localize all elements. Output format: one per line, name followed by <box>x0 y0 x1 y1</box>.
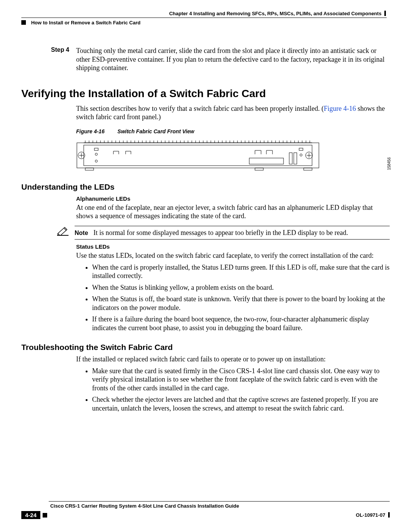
footer-end-bar <box>388 512 390 518</box>
running-footer: Cisco CRS-1 Carrier Routing System 4-Slo… <box>21 501 390 519</box>
step-label: Step 4 <box>21 46 76 72</box>
note-text: It is normal for some displayed messages… <box>94 229 348 236</box>
step-row: Step 4 Touching only the metal card carr… <box>21 46 390 72</box>
troubleshooting-intro: If the installed or replaced switch fabr… <box>76 355 390 364</box>
figure-wrapper: 158456 <box>76 137 390 172</box>
svg-rect-77 <box>85 168 94 170</box>
switch-fabric-card-figure <box>76 137 320 172</box>
troubleshooting-list: Make sure that the card is seated firmly… <box>82 367 390 413</box>
figure-title: Switch Fabric Card Front View <box>118 128 194 134</box>
svg-rect-72 <box>249 158 284 164</box>
svg-point-76 <box>300 154 302 156</box>
running-header: Chapter 4 Installing and Removing SFCs, … <box>21 11 390 27</box>
heading-alphanumeric-leds: Alphanumeric LEDs <box>76 195 390 202</box>
note-rule-bottom <box>75 239 390 240</box>
list-item: When the Status is off, the board state … <box>92 295 390 312</box>
footer-square-icon <box>43 513 47 518</box>
intro-paragraph: This section describes how to verify tha… <box>76 104 390 121</box>
list-item: When the Status is blinking yellow, a pr… <box>92 283 390 292</box>
list-item: If there is a failure during the board b… <box>92 315 390 332</box>
header-end-bar <box>384 11 386 16</box>
header-chapter-text: Chapter 4 Installing and Removing SFCs, … <box>169 11 381 16</box>
footer-doc-id: OL-10971-07 <box>356 512 390 518</box>
footer-doc-id-text: OL-10971-07 <box>356 512 385 518</box>
svg-point-70 <box>95 153 97 155</box>
note-line: NoteIt is normal for some displayed mess… <box>75 228 390 237</box>
figure-number: Figure 4-16 <box>76 128 105 134</box>
footer-book-title: Cisco CRS-1 Carrier Routing System 4-Slo… <box>50 503 390 509</box>
list-item: Check whether the ejector levers are lat… <box>92 395 390 412</box>
svg-point-71 <box>95 160 97 162</box>
step-text: Touching only the metal card carrier, sl… <box>76 46 390 72</box>
svg-rect-74 <box>294 153 297 164</box>
footer-rule <box>49 501 390 502</box>
list-item: Make sure that the card is seated firmly… <box>92 367 390 393</box>
svg-rect-1 <box>84 145 312 166</box>
svg-rect-79 <box>304 168 312 170</box>
note-label: Note <box>75 230 88 236</box>
heading-troubleshooting: Troubleshooting the Switch Fabric Card <box>21 343 390 352</box>
alphanumeric-leds-text: At one end of the faceplate, near an eje… <box>76 203 390 220</box>
status-leds-intro: Use the status LEDs, located on the swit… <box>76 251 390 260</box>
footer-page-number: 4-24 <box>21 511 40 519</box>
svg-rect-73 <box>289 153 292 164</box>
header-chapter: Chapter 4 Installing and Removing SFCs, … <box>169 11 386 16</box>
list-item: When the card is properly installed, the… <box>92 263 390 280</box>
header-section: How to Install or Remove a Switch Fabric… <box>21 20 140 26</box>
svg-rect-69 <box>94 148 98 150</box>
header-rule <box>21 18 387 18</box>
note-rule-top <box>75 226 390 226</box>
heading-verifying: Verifying the Installation of a Switch F… <box>21 88 390 100</box>
note-pencil-icon <box>56 226 70 236</box>
header-square-icon <box>21 20 26 25</box>
svg-rect-78 <box>255 168 263 170</box>
header-section-text: How to Install or Remove a Switch Fabric… <box>31 20 141 26</box>
svg-rect-75 <box>299 148 303 150</box>
figure-caption: Figure 4-16 Switch Fabric Card Front Vie… <box>76 128 390 134</box>
note-block: NoteIt is normal for some displayed mess… <box>56 226 390 240</box>
figure-id-label: 158456 <box>387 157 391 170</box>
heading-understanding-leds: Understanding the LEDs <box>21 182 390 192</box>
heading-status-leds: Status LEDs <box>76 243 390 250</box>
figure-xref-link[interactable]: Figure 4-16 <box>324 105 356 112</box>
intro-text-a: This section describes how to verify tha… <box>76 105 324 112</box>
status-leds-list: When the card is properly installed, the… <box>82 263 390 332</box>
